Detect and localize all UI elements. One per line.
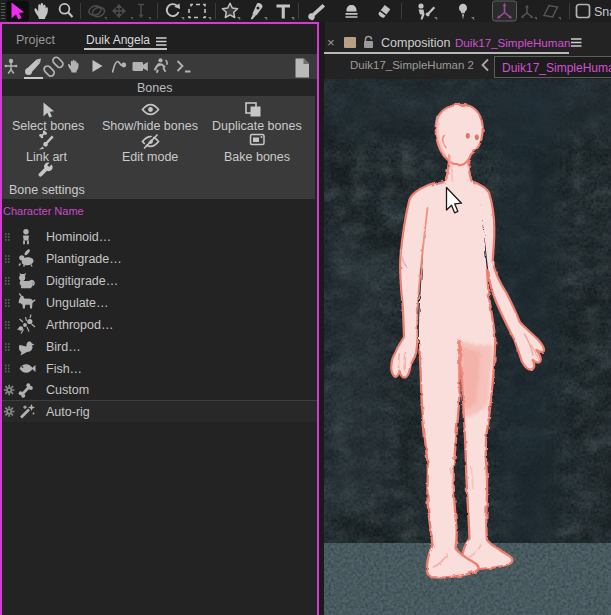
svg-text:Sna: Sna [594, 5, 611, 19]
